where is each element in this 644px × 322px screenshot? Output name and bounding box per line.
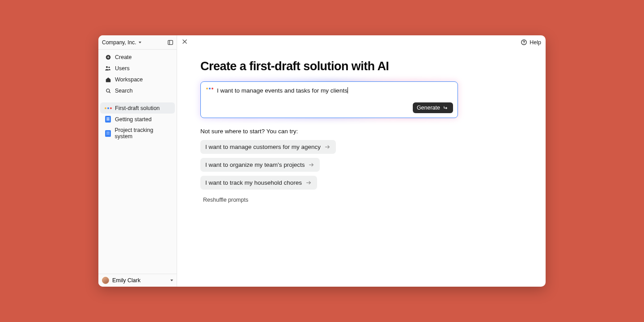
suggestion-item[interactable]: I want to manage customers for my agency [200,140,336,154]
sidebar: Company, Inc. Create Users [98,35,177,287]
nav-search-label: Search [115,88,133,94]
page-project-tracking[interactable]: Project tracking system [100,125,175,142]
suggestions-hint: Not sure where to start? You can try: [200,128,458,135]
suggestions-list: I want to manage customers for my agency… [200,140,458,190]
close-button[interactable] [182,38,190,47]
ai-dots-icon [206,88,213,89]
page-first-draft[interactable]: First-draft solution [100,102,175,114]
home-icon [105,76,111,83]
app-window: Company, Inc. Create Users [98,35,546,287]
page-first-draft-label: First-draft solution [115,105,160,111]
svg-point-4 [108,67,110,68]
main-panel: Help Create a first-draft solution with … [177,35,546,287]
suggestion-item[interactable]: I want to track my household chores [200,176,317,190]
document-icon [105,130,111,137]
suggestion-item[interactable]: I want to organize my team's projects [200,158,320,172]
svg-line-6 [109,92,110,93]
topbar: Help [177,35,546,50]
suggestion-label: I want to track my household chores [205,179,302,186]
panel-toggle-icon[interactable] [167,39,174,46]
nav-create-label: Create [115,54,132,60]
nav-search[interactable]: Search [100,85,175,96]
page-getting-started[interactable]: Getting started [100,114,175,125]
search-icon [105,87,111,94]
page-getting-started-label: Getting started [115,116,152,123]
svg-point-10 [524,43,524,44]
svg-rect-0 [168,40,173,44]
user-name: Emily Clark [112,277,140,284]
company-name: Company, Inc. [102,39,136,46]
caret-down-icon [139,42,141,43]
content: Create a first-draft solution with AI I … [177,50,481,215]
user-menu[interactable]: Emily Clark [98,274,177,287]
suggestion-label: I want to organize my team's projects [205,161,305,168]
generate-label: Generate [417,105,440,111]
svg-point-3 [106,66,108,68]
svg-point-5 [106,89,109,92]
workspace-switcher[interactable]: Company, Inc. [98,35,177,50]
document-icon [105,116,111,123]
nav-create[interactable]: Create [100,51,175,63]
prompt-input-text: I want to manage events and tasks for my… [217,87,347,94]
arrow-right-icon [305,179,312,186]
pages-list: First-draft solution Getting started Pro… [98,101,177,144]
nav-workspace-label: Workspace [115,76,143,83]
text-cursor [347,87,348,93]
plus-circle-icon [105,54,111,60]
arrow-right-icon [308,161,315,168]
help-button[interactable]: Help [521,39,541,46]
prompt-card: I want to manage events and tasks for my… [200,81,458,118]
reshuffle-button[interactable]: Reshuffle prompts [200,195,251,205]
nav-users[interactable]: Users [100,63,175,74]
nav-users-label: Users [115,65,130,72]
arrow-right-icon [324,144,331,150]
nav-workspace[interactable]: Workspace [100,74,175,85]
avatar [102,277,109,284]
users-icon [105,65,111,72]
help-label: Help [530,39,541,46]
prompt-input[interactable]: I want to manage events and tasks for my… [217,86,453,95]
page-project-tracking-label: Project tracking system [114,127,170,140]
primary-nav: Create Users Workspace Search [98,50,177,98]
generate-button[interactable]: Generate [413,102,453,113]
caret-down-icon [170,280,173,281]
suggestion-label: I want to manage customers for my agency [205,144,321,150]
ai-dots-icon [105,105,111,111]
page-title: Create a first-draft solution with AI [200,59,458,73]
